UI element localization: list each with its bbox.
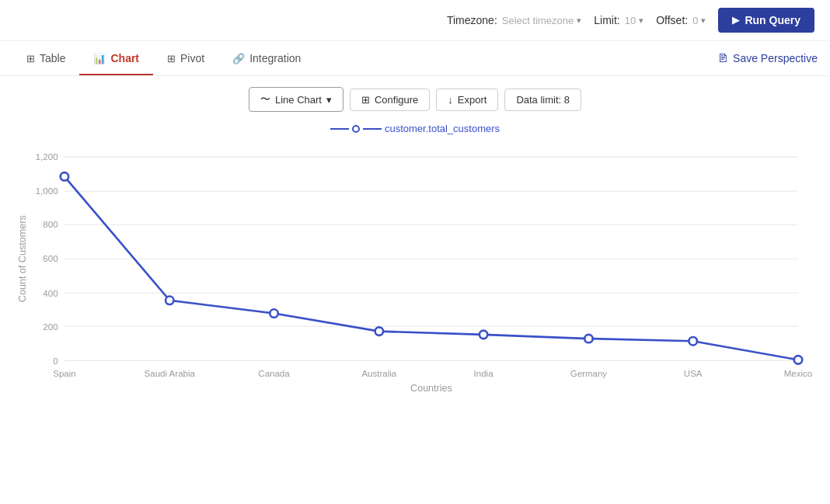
export-label: Export [458, 94, 487, 106]
limit-value: 10 [625, 15, 636, 26]
run-query-label: Run Query [745, 14, 800, 26]
export-button[interactable]: ↓ Export [436, 89, 498, 111]
chart-toolbar: 〜 Line Chart ▾ ⊞ Configure ↓ Export Data… [0, 76, 830, 123]
data-point-australia [375, 327, 383, 335]
timezone-label: Timezone: [447, 14, 497, 26]
timezone-value: Select timezone [502, 15, 574, 26]
tab-chart-label: Chart [110, 52, 139, 64]
svg-text:India: India [474, 369, 494, 378]
legend-item: customer.total_customers [330, 123, 500, 134]
offset-chevron: ▾ [701, 16, 706, 26]
configure-button[interactable]: ⊞ Configure [350, 89, 430, 111]
svg-text:0: 0 [53, 356, 58, 366]
svg-text:1,000: 1,000 [36, 186, 58, 196]
limit-chevron: ▾ [639, 16, 643, 26]
tab-integration-label: Integration [249, 52, 301, 64]
chart-svg: 0 200 400 600 800 1,000 1,200 Count of C… [16, 147, 814, 395]
offset-control: Offset: 0 ▾ [656, 14, 706, 26]
chart-type-label: Line Chart [275, 94, 322, 106]
svg-text:Spain: Spain [53, 369, 75, 378]
timezone-control: Timezone: Select timezone ▾ [447, 14, 581, 26]
save-perspective-button[interactable]: 🖹 Save Perspective [717, 46, 818, 71]
line-chart-icon: 〜 [260, 92, 270, 106]
tabs-bar: ⊞ Table 📊 Chart ⊞ Pivot 🔗 Integration 🖹 … [0, 41, 830, 76]
data-point-spain [61, 172, 68, 180]
data-point-saudi-arabia [166, 297, 173, 304]
table-icon: ⊞ [26, 53, 35, 64]
svg-text:Countries: Countries [410, 383, 452, 394]
svg-text:Saudi Arabia: Saudi Arabia [145, 369, 196, 378]
top-bar: Timezone: Select timezone ▾ Limit: 10 ▾ … [0, 0, 830, 41]
svg-text:400: 400 [43, 289, 58, 298]
data-limit-label: Data limit: 8 [516, 94, 570, 106]
svg-text:Australia: Australia [361, 369, 396, 378]
play-icon: ▶ [732, 15, 739, 26]
offset-select[interactable]: 0 ▾ [692, 15, 706, 26]
tab-table-label: Table [40, 52, 65, 64]
chart-type-button[interactable]: 〜 Line Chart ▾ [249, 87, 344, 112]
save-perspective-label: Save Perspective [733, 52, 818, 64]
save-icon: 🖹 [717, 52, 728, 64]
limit-label: Limit: [594, 14, 619, 26]
link-icon: 🔗 [232, 53, 245, 64]
svg-text:600: 600 [43, 254, 58, 263]
legend-dot [352, 125, 360, 133]
legend-label: customer.total_customers [385, 123, 500, 134]
svg-text:Germany: Germany [570, 369, 608, 378]
pivot-icon: ⊞ [167, 53, 176, 64]
data-point-germany [584, 335, 592, 342]
legend-dash [330, 128, 349, 130]
tab-pivot-label: Pivot [180, 52, 204, 64]
chart-legend: customer.total_customers [16, 123, 814, 134]
data-limit-control[interactable]: Data limit: 8 [504, 89, 581, 111]
offset-value: 0 [692, 15, 698, 26]
tab-chart[interactable]: 📊 Chart [79, 41, 153, 75]
legend-dash-2 [363, 128, 382, 130]
svg-text:Mexico: Mexico [784, 369, 812, 378]
svg-text:1,200: 1,200 [36, 152, 58, 162]
svg-text:800: 800 [43, 220, 58, 229]
tab-table[interactable]: ⊞ Table [12, 41, 79, 75]
data-point-mexico [794, 356, 802, 363]
limit-control: Limit: 10 ▾ [594, 14, 643, 26]
svg-text:Canada: Canada [258, 369, 290, 378]
svg-text:200: 200 [43, 322, 58, 332]
chart-type-chevron: ▾ [326, 94, 332, 106]
chart-icon: 📊 [93, 53, 106, 64]
configure-label: Configure [375, 94, 418, 106]
offset-label: Offset: [656, 14, 688, 26]
data-point-usa [689, 337, 696, 345]
tab-integration[interactable]: 🔗 Integration [218, 41, 315, 75]
data-point-india [480, 331, 487, 339]
svg-text:USA: USA [684, 369, 703, 378]
tab-pivot[interactable]: ⊞ Pivot [153, 41, 218, 75]
run-query-button[interactable]: ▶ Run Query [718, 8, 814, 33]
export-icon: ↓ [448, 94, 453, 106]
timezone-select[interactable]: Select timezone ▾ [502, 15, 582, 26]
chart-area: customer.total_customers 0 200 400 600 8… [0, 123, 830, 411]
svg-text:Count of Customers: Count of Customers [17, 215, 28, 302]
configure-icon: ⊞ [361, 94, 370, 106]
limit-select[interactable]: 10 ▾ [625, 15, 643, 26]
timezone-chevron: ▾ [577, 16, 581, 26]
line-chart: 0 200 400 600 800 1,000 1,200 Count of C… [16, 147, 814, 395]
data-point-canada [270, 309, 277, 317]
